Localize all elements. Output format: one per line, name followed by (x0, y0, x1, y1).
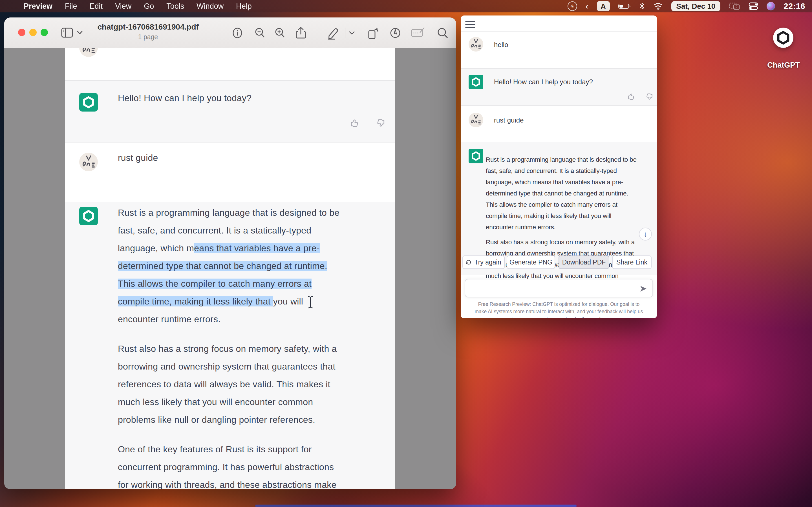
close-button[interactable] (18, 29, 26, 36)
text-line: borrowing and ownership system that guar… (118, 358, 394, 376)
search-icon[interactable] (436, 27, 449, 40)
menu-date[interactable]: Sat, Dec 10 (671, 1, 721, 11)
divider (461, 31, 657, 32)
selected-text: determined type that cannot be changed a… (118, 261, 327, 271)
text-line: for working with threads, and these abst… (118, 476, 394, 489)
preview-content-area[interactable]: Hello! How can I help you today? rust gu… (4, 48, 456, 489)
display-mirror-icon[interactable] (729, 2, 740, 10)
thumbs-up-icon[interactable] (627, 92, 636, 101)
app-menus: Preview File Edit View Go Tools Window H… (24, 2, 252, 11)
bluetooth-icon[interactable] (639, 2, 645, 10)
menu-extra-icon[interactable]: ✳ (567, 1, 577, 11)
scroll-down-button[interactable]: ↓ (639, 228, 652, 240)
user-message: hello (494, 41, 508, 49)
chatgpt-avatar (469, 75, 483, 89)
chatgpt-avatar (79, 207, 98, 225)
window-title: chatgpt-1670681691904.pdf (89, 22, 207, 32)
assistant-message-paragraphs: Rust is a programming language that is d… (486, 154, 655, 293)
markup-pen-icon[interactable] (389, 27, 402, 39)
user-message: rust guide (118, 153, 158, 163)
preview-titlebar[interactable]: chatgpt-1670681691904.pdf 1 page (4, 17, 456, 48)
chatgpt-desktop-icon-label[interactable]: ChatGPT (763, 61, 804, 69)
try-again-button[interactable]: Try again (462, 256, 505, 269)
chatgpt-desktop-icon[interactable] (773, 27, 794, 48)
text-line: This allows the compiler to catch many e… (486, 199, 655, 210)
desktop-wallpaper: ChatGPT Preview File Edit View Go Tools … (0, 0, 812, 507)
assistant-row (65, 80, 395, 143)
text-line: compile time, making it less likely that… (486, 210, 655, 222)
rotate-icon[interactable] (366, 27, 379, 40)
minimize-button[interactable] (29, 29, 37, 36)
text-line: compile time, making it less likely that… (118, 293, 394, 311)
composer (465, 279, 653, 297)
control-center-icon[interactable] (749, 2, 758, 10)
zoom-out-icon[interactable] (254, 27, 266, 39)
footer-line: Free Research Preview: ChatGPT is optimi… (465, 300, 652, 308)
zoom-in-icon[interactable] (274, 27, 286, 39)
chevron-down-small-icon[interactable] (349, 31, 355, 35)
download-pdf-button[interactable]: Download PDF (559, 256, 609, 269)
menu-tools[interactable]: Tools (166, 2, 184, 11)
thumbs-up-icon[interactable] (350, 118, 360, 128)
user-avatar (79, 153, 98, 171)
menu-edit[interactable]: Edit (90, 2, 103, 11)
share-link-label: Share Link (616, 259, 647, 266)
text-line: problems like null or dangling pointer r… (118, 411, 394, 429)
chatgpt-avatar (79, 93, 98, 112)
siri-icon[interactable] (767, 2, 775, 10)
try-again-label: Try again (474, 259, 501, 266)
text-line: language, which means that variables hav… (486, 177, 655, 188)
menu-view[interactable]: View (115, 2, 132, 11)
wallpaper-blue-fold (255, 505, 576, 507)
keyboard-input-badge[interactable]: A (597, 1, 610, 11)
form-fill-icon[interactable] (411, 27, 425, 39)
preview-window: chatgpt-1670681691904.pdf 1 page (4, 17, 456, 489)
info-icon[interactable] (231, 27, 244, 39)
text-line: references to data will always be valid.… (118, 376, 394, 393)
highlight-pen-icon[interactable] (326, 27, 340, 40)
text-line: encounter runtime errors. (486, 222, 655, 233)
generate-png-button[interactable]: Generate PNG (507, 256, 555, 269)
retry-icon (466, 260, 471, 265)
menu-file[interactable]: File (65, 2, 77, 11)
pdf-page[interactable]: Hello! How can I help you today? rust gu… (65, 48, 395, 489)
user-avatar (79, 48, 98, 57)
selected-text: eans that variables have a pre- (194, 243, 320, 253)
chatgpt-avatar (469, 149, 483, 163)
message-input[interactable] (470, 281, 635, 296)
window-subtitle: 1 page (89, 33, 207, 41)
assistant-message: Hello! How can I help you today? (494, 78, 593, 86)
footer-line: make AI systems more natural to interact… (465, 308, 652, 315)
text-line: Rust also has a strong focus on memory s… (486, 237, 655, 248)
thumbs-down-icon[interactable] (375, 118, 386, 128)
menu-window[interactable]: Window (197, 2, 223, 11)
text-line: This allows the compiler to catch many e… (118, 275, 394, 293)
thumbs-down-icon[interactable] (645, 93, 653, 101)
user-message: rust guide (494, 116, 523, 124)
wifi-icon[interactable] (653, 3, 663, 10)
share-link-button[interactable]: Share Link (612, 256, 652, 269)
battery-icon[interactable] (618, 3, 631, 9)
menu-go[interactable]: Go (144, 2, 154, 11)
chevron-left-icon[interactable]: ‹ (586, 1, 589, 11)
zoom-button[interactable] (41, 29, 48, 36)
share-icon[interactable] (295, 27, 307, 40)
text-line: determined type that cannot be changed a… (486, 188, 655, 199)
text-line: fast, safe, and concurrent. It is a stat… (486, 165, 655, 177)
sidebar-toggle-icon[interactable] (61, 27, 73, 39)
download-pdf-label: Download PDF (562, 259, 606, 266)
text-cursor (307, 296, 314, 309)
menu-clock[interactable]: 22:16 (783, 2, 805, 11)
window-title-block: chatgpt-1670681691904.pdf 1 page (89, 22, 207, 41)
assistant-message: Hello! How can I help you today? (118, 93, 252, 103)
chatgpt-window: hello Hello! How can I help you today? r… (461, 15, 657, 318)
send-icon[interactable] (640, 285, 647, 292)
text-line: language, which means that variables hav… (118, 239, 394, 257)
text-line: determined type that cannot be changed a… (118, 257, 394, 275)
hamburger-menu-icon[interactable] (465, 20, 475, 29)
text-line: One of the key features of Rust is its s… (118, 441, 394, 458)
chevron-down-icon[interactable] (77, 31, 83, 35)
user-avatar (469, 37, 483, 52)
menu-preview[interactable]: Preview (24, 2, 52, 11)
menu-help[interactable]: Help (236, 2, 252, 11)
